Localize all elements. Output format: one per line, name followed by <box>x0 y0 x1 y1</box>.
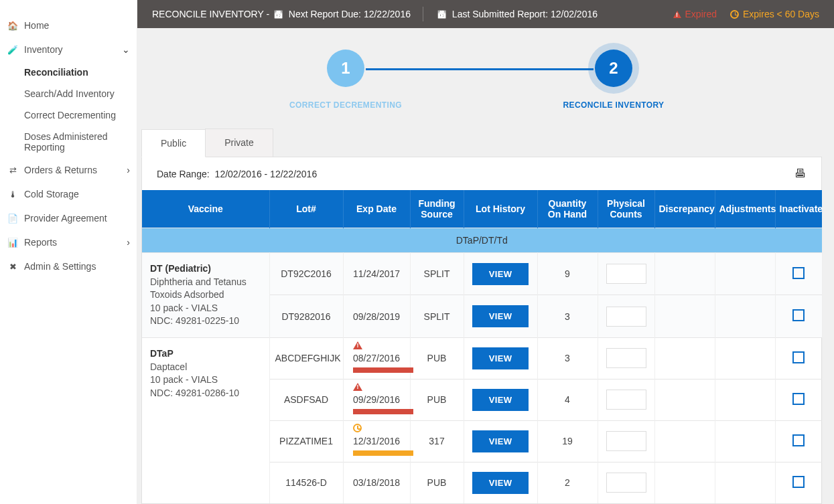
physical-count-input[interactable] <box>606 473 646 493</box>
inactivate-cell <box>775 379 822 420</box>
view-button[interactable]: VIEW <box>472 305 529 327</box>
wizard: 1 CORRECT DECREMENTING 2 RECONCILE INVEN… <box>137 36 822 129</box>
physical-count-cell <box>598 295 654 337</box>
sidebar-sub-search[interactable]: Search/Add Inventory <box>0 83 137 104</box>
view-button[interactable]: VIEW <box>472 389 529 411</box>
history-cell: VIEW <box>464 295 537 337</box>
history-cell: VIEW <box>464 462 537 503</box>
view-button[interactable]: VIEW <box>472 263 529 285</box>
lot-cell: PIZZATIME1 <box>269 420 343 462</box>
inactivate-cell <box>775 253 822 295</box>
discrepancy-cell <box>654 379 715 420</box>
inactivate-cell <box>775 295 822 337</box>
lot-cell: ASDFSAD <box>269 379 343 420</box>
vaccine-pack: 10 pack - VIALS <box>150 374 218 385</box>
inactivate-cell <box>775 462 822 503</box>
page-title: RECONCILE INVENTORY - <box>152 9 272 19</box>
content: 1 CORRECT DECREMENTING 2 RECONCILE INVEN… <box>137 28 834 504</box>
physical-count-input[interactable] <box>606 348 646 368</box>
calendar-icon <box>272 9 286 19</box>
expired-bar <box>353 409 413 414</box>
adjustments-cell <box>715 379 775 420</box>
discrepancy-cell <box>654 337 715 379</box>
physical-count-input[interactable] <box>606 390 646 410</box>
qty-cell: 4 <box>537 379 598 420</box>
history-cell: VIEW <box>464 420 537 462</box>
exp-cell: 11/24/2017 <box>343 253 410 295</box>
col-funding: Funding Source <box>410 190 464 228</box>
adjustments-cell <box>715 253 775 295</box>
chevron-right-icon: › <box>127 237 130 248</box>
discrepancy-cell <box>654 420 715 462</box>
vaccine-title: DTaP <box>150 348 173 359</box>
physical-count-input[interactable] <box>606 307 646 327</box>
sidebar-item-orders[interactable]: ⇄ Orders & Returns › <box>0 158 137 182</box>
table-row: DTaPDaptacel10 pack - VIALSNDC: 49281-02… <box>142 337 822 379</box>
exp-cell: 09/29/2016 <box>343 379 410 420</box>
col-inact: Inactivate <box>775 190 822 228</box>
vaccine-cell: DT (Pediatric)Diphtheria and Tetanus Tox… <box>142 253 269 338</box>
calendar-icon <box>435 9 449 19</box>
vaccine-cell: DTaPDaptacel10 pack - VIALSNDC: 49281-02… <box>142 337 269 503</box>
inactivate-checkbox[interactable] <box>792 351 805 363</box>
sidebar-item-label: Orders & Returns <box>24 165 97 175</box>
sidebar-item-provider[interactable]: 📄 Provider Agreement <box>0 206 137 230</box>
print-icon[interactable]: 🖶 <box>794 167 807 181</box>
clock-icon <box>730 10 739 19</box>
wizard-step-1[interactable]: 1 CORRECT DECREMENTING <box>259 50 433 110</box>
date-range-label: Date Range: <box>157 169 210 179</box>
inactivate-checkbox[interactable] <box>792 476 805 488</box>
qty-cell: 2 <box>537 462 598 503</box>
step-label: RECONCILE INVENTORY <box>527 100 701 110</box>
step-circle: 1 <box>327 50 364 87</box>
col-vaccine: Vaccine <box>142 190 269 228</box>
inactivate-checkbox[interactable] <box>792 309 805 321</box>
sidebar-item-inventory[interactable]: 🧪 Inventory ⌄ <box>0 37 137 62</box>
vaccine-desc: Daptacel <box>150 361 187 372</box>
group-row: DTaP/DT/Td <box>142 228 822 253</box>
col-exp: Exp Date <box>343 190 410 228</box>
sidebar-item-reports[interactable]: 📊 Reports › <box>0 230 137 254</box>
inactivate-checkbox[interactable] <box>792 393 805 405</box>
legend-expired: Expired <box>673 9 717 19</box>
wizard-step-2[interactable]: 2 RECONCILE INVENTORY <box>527 50 701 110</box>
exp-date: 09/29/2016 <box>353 394 400 405</box>
physical-count-cell <box>598 337 654 379</box>
expires-soon-bar <box>353 450 413 456</box>
inactivate-checkbox[interactable] <box>792 434 805 446</box>
physical-count-input[interactable] <box>606 264 646 284</box>
expired-bar <box>353 367 413 373</box>
exp-cell: 03/18/2018 <box>343 462 410 503</box>
sidebar-item-admin[interactable]: ✖ Admin & Settings <box>0 254 137 278</box>
sidebar-sub-doses[interactable]: Doses Administered Reporting <box>0 126 137 158</box>
thermometer-icon: 🌡 <box>7 189 19 199</box>
physical-count-cell <box>598 462 654 503</box>
document-icon: 📄 <box>7 214 19 224</box>
panel: Date Range: 12/02/2016 - 12/22/2016 🖶 Va… <box>141 157 822 504</box>
view-button[interactable]: VIEW <box>472 430 529 452</box>
tab-public[interactable]: Public <box>141 129 206 157</box>
swap-icon: ⇄ <box>7 165 19 175</box>
lot-cell: DT92C2016 <box>269 253 343 295</box>
discrepancy-cell <box>654 295 715 337</box>
view-button[interactable]: VIEW <box>472 472 529 494</box>
physical-count-input[interactable] <box>606 431 646 451</box>
exp-date: 09/28/2019 <box>353 311 400 322</box>
last-submitted-date: 12/02/2016 <box>551 9 598 19</box>
sidebar-item-home[interactable]: 🏠 Home <box>0 13 137 37</box>
sidebar-item-cold[interactable]: 🌡 Cold Storage <box>0 182 137 206</box>
inactivate-checkbox[interactable] <box>792 267 805 279</box>
view-button[interactable]: VIEW <box>472 347 529 369</box>
history-cell: VIEW <box>464 379 537 420</box>
warning-triangle-icon <box>353 341 362 351</box>
adjustments-cell <box>715 337 775 379</box>
vial-icon: 🧪 <box>7 45 19 55</box>
tab-private[interactable]: Private <box>205 129 273 157</box>
sidebar-sub-reconciliation[interactable]: Reconciliation <box>0 62 137 83</box>
next-due-label: Next Report Due: <box>289 9 361 19</box>
physical-count-cell <box>598 253 654 295</box>
sidebar-sub-correct[interactable]: Correct Decrementing <box>0 104 137 126</box>
legend-label: Expires < 60 Days <box>743 9 819 19</box>
funding-cell: PUB <box>410 462 464 503</box>
qty-cell: 3 <box>537 295 598 337</box>
